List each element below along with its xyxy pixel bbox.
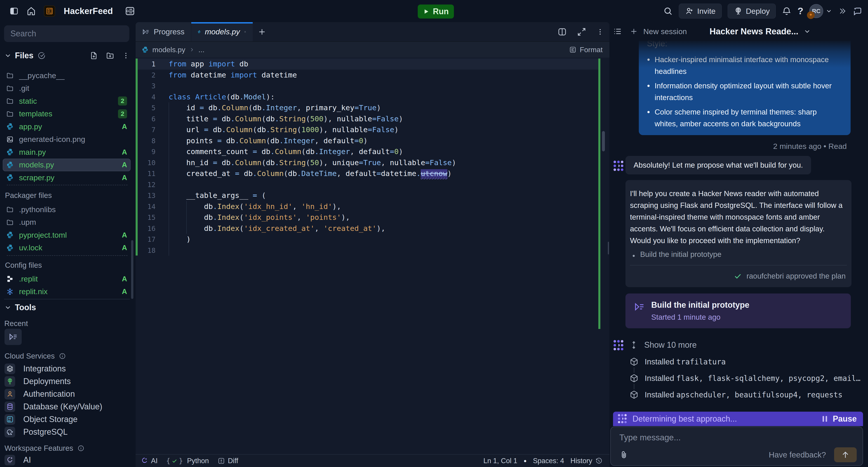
person-icon — [6, 390, 14, 398]
package-cube-icon — [629, 373, 639, 383]
message-timestamp: 2 minutes ago • Read — [773, 142, 847, 151]
code-line: db.Index('idx_created_at', 'created_at')… — [168, 224, 385, 233]
account-menu[interactable]: RC — [809, 4, 832, 18]
notifications-button[interactable] — [782, 6, 792, 16]
cloud-service-name: Object Storage — [23, 414, 78, 424]
deploy-button-label: Deploy — [746, 7, 770, 15]
task-title: Build the initial prototype — [651, 300, 749, 310]
panel-resize-handle[interactable] — [608, 242, 609, 255]
cloud-service-row[interactable]: Authentication — [4, 388, 129, 400]
app-icon[interactable] — [44, 5, 55, 17]
cloud-service-row[interactable]: Deployments — [4, 375, 129, 388]
editor-menu-button[interactable] — [596, 28, 604, 36]
status-language[interactable]: { } Python — [166, 457, 209, 465]
files-menu-button[interactable] — [122, 52, 130, 59]
file-row[interactable]: .replitA — [3, 272, 131, 285]
breadcrumb-file[interactable]: models.py — [152, 46, 185, 54]
collapse-panel-button[interactable] — [838, 7, 846, 15]
recent-console-tool[interactable] — [4, 329, 22, 345]
code-line: url = db.Column(db.String(1000), nullabl… — [168, 125, 399, 134]
editor-pane: Progress models.py models.py ... — [135, 22, 610, 467]
split-editor-button[interactable] — [557, 27, 567, 37]
code-line: hn_id = db.Column(db.String(50), unique=… — [168, 158, 456, 167]
code-editor[interactable]: 1from app import db2from datetime import… — [135, 58, 610, 454]
expand-editor-button[interactable] — [577, 27, 586, 37]
python-file-icon — [6, 244, 14, 252]
format-button[interactable]: Format — [569, 46, 602, 54]
breadcrumb-more[interactable]: ... — [198, 46, 205, 54]
repl-resources-button[interactable] — [125, 6, 135, 16]
file-row[interactable]: generated-icon.png — [3, 133, 131, 146]
cloud-service-name: Authentication — [23, 389, 75, 399]
ai-chat-button[interactable] — [852, 6, 863, 16]
tab-progress[interactable]: Progress — [135, 22, 191, 41]
code-line: id = db.Column(db.Integer, primary_key=T… — [168, 103, 381, 112]
kebab-menu-icon — [122, 52, 130, 59]
file-row[interactable]: .git — [3, 82, 131, 95]
message-composer[interactable]: Type message... Have feedback? — [610, 427, 863, 466]
sidebar-toggle-icon — [9, 6, 19, 15]
session-list-button[interactable] — [613, 27, 622, 36]
run-button[interactable]: Run — [418, 4, 454, 19]
files-section-header[interactable]: Files — [4, 49, 130, 62]
home-button[interactable] — [26, 6, 36, 16]
file-row[interactable]: main.pyA — [3, 146, 131, 158]
check-icon — [172, 458, 178, 464]
feedback-link[interactable]: Have feedback? — [769, 450, 826, 459]
deploy-button[interactable]: Deploy — [727, 4, 776, 19]
line-number: 5 — [135, 104, 156, 112]
file-row[interactable]: uv.lockA — [3, 241, 131, 254]
new-session-button[interactable]: New session — [630, 27, 687, 36]
file-row[interactable]: templates2 — [3, 107, 131, 120]
folder-icon — [6, 206, 14, 213]
close-tab-icon[interactable] — [244, 29, 246, 35]
cloud-service-row[interactable]: Integrations — [4, 362, 129, 375]
file-row[interactable]: .pythonlibs — [3, 203, 131, 216]
task-card[interactable]: Build the initial prototype Started 1 mi… — [625, 294, 851, 328]
cloud-service-row[interactable]: 1001Object Storage — [4, 413, 129, 426]
tools-section-header[interactable]: Tools — [4, 303, 36, 312]
status-ai[interactable]: AI — [141, 457, 158, 465]
status-history[interactable]: History — [570, 457, 602, 465]
file-row[interactable]: pyproject.tomlA — [3, 229, 131, 241]
send-button[interactable] — [834, 447, 857, 462]
cloud-service-row[interactable]: PostgreSQL — [4, 426, 129, 438]
cloud-service-row[interactable]: Database (Key/Value) — [4, 400, 129, 413]
new-folder-button[interactable] — [106, 51, 114, 60]
file-name: static — [19, 97, 37, 105]
agent-chat[interactable]: Style: Hacker-inspired minimalist interf… — [610, 41, 868, 412]
new-file-button[interactable] — [90, 51, 98, 60]
session-title-dropdown[interactable]: Hacker News Reade... — [710, 27, 811, 36]
file-row[interactable]: __pycache__ — [3, 69, 131, 82]
attach-file-button[interactable] — [619, 450, 628, 459]
file-name: __pycache__ — [19, 71, 65, 80]
sidebar-toggle-button[interactable] — [9, 6, 19, 15]
search-input[interactable]: Search — [4, 25, 129, 42]
file-row[interactable]: .upm — [3, 216, 131, 229]
file-row[interactable]: models.pyA — [3, 159, 131, 171]
status-cursor-position[interactable]: Ln 1, Col 1 — [483, 457, 517, 465]
agent-progress-banner: Determining best approach... Pause — [613, 412, 863, 426]
search-button[interactable] — [663, 6, 673, 16]
arrow-up-icon — [841, 450, 850, 459]
status-spaces[interactable]: Spaces: 4 — [533, 457, 564, 465]
tab-models-py[interactable]: models.py — [191, 22, 253, 41]
pause-button[interactable]: Pause — [822, 414, 857, 424]
sidebar-scrollbar[interactable] — [131, 240, 133, 299]
cloud-service-name: Database (Key/Value) — [23, 402, 102, 411]
home-icon — [26, 6, 36, 16]
line-number: 6 — [135, 115, 156, 123]
workspace-feature-row[interactable]: AI — [4, 454, 129, 466]
file-row[interactable]: replit.nixA — [3, 285, 131, 298]
status-diff[interactable]: Diff — [217, 457, 238, 465]
file-row[interactable]: static2 — [3, 95, 131, 107]
packager-files-label: Packager files — [5, 191, 52, 200]
show-more-button[interactable]: Show 10 more — [629, 340, 697, 350]
file-row[interactable]: scraper.pyA — [3, 171, 131, 184]
new-tab-button[interactable] — [256, 26, 268, 37]
help-button[interactable]: ? — [798, 6, 803, 16]
editor-scrollbar-thumb[interactable] — [602, 131, 605, 152]
file-name: main.py — [19, 148, 46, 157]
file-row[interactable]: app.pyA — [3, 120, 131, 133]
invite-button[interactable]: Invite — [679, 4, 721, 19]
